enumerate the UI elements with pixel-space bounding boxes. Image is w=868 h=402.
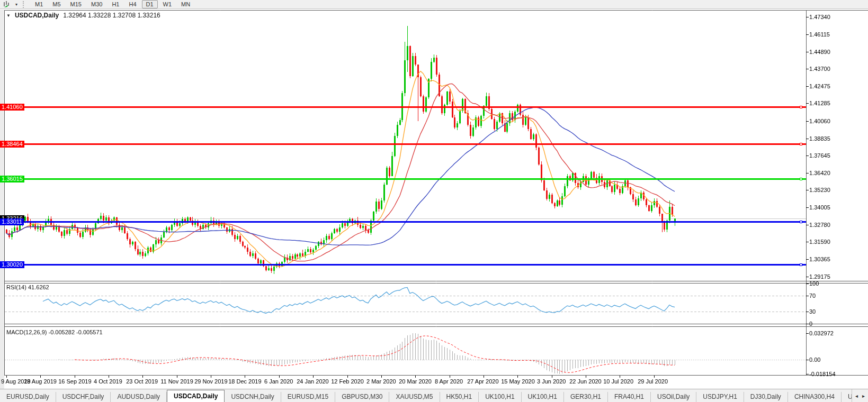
symbol-tab-FRA40-H1[interactable]: FRA40,H1 [608, 392, 651, 402]
toolbar: ▾ M1M5M15M30H1H4D1W1MN [0, 0, 868, 9]
trendline-handle-right[interactable] [800, 178, 802, 180]
symbol-tab-HK50-H1[interactable]: HK50,H1 [440, 392, 479, 402]
symbol-tab-USOil-Daily[interactable]: USOil,Daily [651, 392, 696, 402]
chart-tools-icon[interactable] [1, 1, 13, 8]
timeframe-button-H4[interactable]: H4 [124, 0, 140, 8]
symbol-tab-UK100-H1[interactable]: UK100,H1 [522, 392, 564, 402]
trendline-handle-left[interactable] [4, 221, 6, 223]
trendline-handle-left[interactable] [4, 263, 6, 266]
timeframe-button-W1[interactable]: W1 [159, 0, 176, 8]
timeframe-button-M1[interactable]: M1 [31, 0, 47, 8]
symbol-tab-CHINA300-H4[interactable]: CHINA300,H4 [788, 392, 842, 402]
trendline-handle-left[interactable] [4, 178, 6, 180]
symbol-tab-USDJPY-H1[interactable]: USDJPY,H1 [696, 392, 744, 402]
tab-scroll-controls: ◂ ▸ [852, 389, 868, 402]
timeframe-button-MN[interactable]: MN [177, 0, 194, 8]
chart-window: ▼ USDCAD,Daily 1.32964 1.33228 1.32708 1… [0, 10, 868, 389]
timeframe-button-M30[interactable]: M30 [87, 0, 106, 8]
chevron-down-icon[interactable]: ▾ [13, 2, 20, 7]
ohlc-collapse-arrow-icon[interactable]: ▼ [6, 13, 11, 18]
toolbar-grip[interactable] [23, 1, 26, 8]
trendline-handle-left[interactable] [4, 106, 6, 108]
symbol-tabbar: EURUSD,DailyUSDCHF,DailyAUDUSD,DailyUSDC… [0, 389, 868, 402]
symbol-tab-EURUSD-M15[interactable]: EURUSD,M15 [281, 392, 335, 402]
timeframe-button-M5[interactable]: M5 [48, 0, 65, 8]
chart-canvas[interactable] [0, 10, 868, 389]
symbol-tab-USDCHF-Daily[interactable]: USDCHF,Daily [56, 392, 111, 402]
symbol-tab-list: EURUSD,DailyUSDCHF,DailyAUDUSD,DailyUSDC… [0, 389, 868, 402]
symbol-tab-XAUUSD-M5[interactable]: XAUUSD,M5 [389, 392, 440, 402]
tab-scroll-left-button[interactable]: ◂ [855, 393, 858, 399]
symbol-tab-AUDUSD-Daily[interactable]: AUDUSD,Daily [111, 392, 167, 402]
symbol-tab-GBPUSD-M30[interactable]: GBPUSD,M30 [335, 392, 389, 402]
symbol-tab-GER30-H1[interactable]: GER30,H1 [564, 392, 608, 402]
symbol-tab-UK100-H1[interactable]: UK100,H1 [479, 392, 521, 402]
trendline-handle-right[interactable] [800, 221, 802, 223]
timeframe-button-H1[interactable]: H1 [108, 0, 123, 8]
symbol-tab-EURUSD-Daily[interactable]: EURUSD,Daily [0, 392, 56, 402]
trendline-handle-right[interactable] [800, 106, 802, 108]
chart-tools-icon-glyph [3, 1, 11, 8]
trendline-handle-right[interactable] [800, 143, 802, 145]
trendline-handle-right[interactable] [800, 263, 802, 266]
timeframe-button-M15[interactable]: M15 [66, 0, 86, 8]
symbol-tab-DJ30-Daily[interactable]: DJ30,Daily [744, 392, 788, 402]
symbol-tab-USDCNH-Daily[interactable]: USDCNH,Daily [225, 392, 281, 402]
timeframe-button-D1[interactable]: D1 [142, 0, 158, 8]
tab-scroll-right-button[interactable]: ▸ [862, 393, 865, 399]
trendline-handle-left[interactable] [4, 143, 6, 145]
symbol-tab-USDCAD-Daily[interactable]: USDCAD,Daily [167, 390, 225, 402]
timeframe-button-group: M1M5M15M30H1H4D1W1MN [30, 0, 195, 8]
